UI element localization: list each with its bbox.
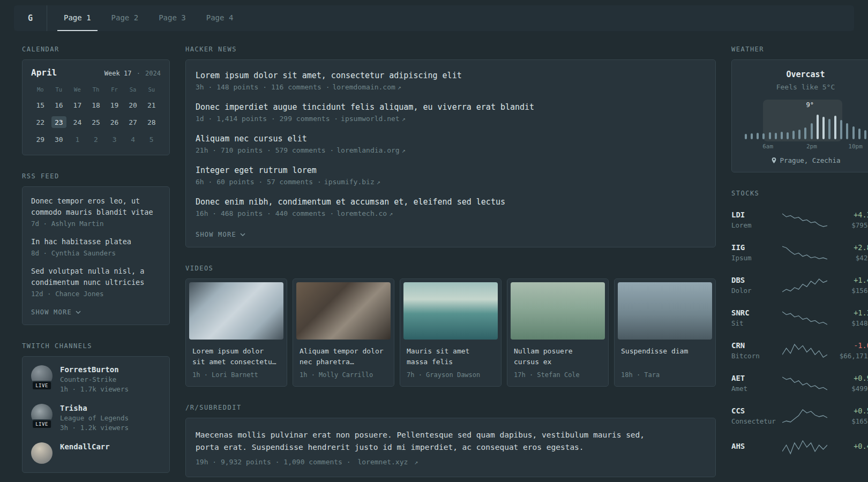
hackernews-item-stats: 16h · 468 points · 440 comments · [196, 209, 334, 217]
twitch-list: LIVEForrestBurtonCounter-Strike1h · 1.7k… [31, 365, 161, 464]
external-link-icon: ↗ [389, 210, 393, 217]
nav-tabs: Page 1Page 2Page 3Page 4 [54, 5, 243, 31]
weather-bar [840, 120, 842, 139]
stock-ticker[interactable]: CRN [731, 341, 781, 350]
video-card[interactable]: Nullam posuere cursus ex17h · Stefan Col… [507, 278, 609, 387]
video-meta: 7h · Grayson Dawson [403, 371, 498, 379]
rss-show-more-button[interactable]: SHOW MORE [31, 308, 81, 316]
stock-name: Ipsum [731, 254, 781, 262]
hackernews-item-domain[interactable]: ipsumify.biz [324, 178, 375, 186]
stock-ticker[interactable]: DBS [731, 276, 781, 284]
rss-list: Donec tempor eros leo, ut commodo mauris… [31, 195, 161, 298]
stock-ticker[interactable]: LDI [731, 210, 781, 219]
nav-tab-page-4[interactable]: Page 4 [200, 5, 240, 31]
stock-info: AHS [731, 442, 781, 453]
chevron-down-icon [240, 233, 245, 236]
twitch-channel-name[interactable]: ForrestBurton [60, 365, 129, 374]
hackernews-item-domain[interactable]: loremtech.co [336, 209, 387, 217]
weather-location-label: Prague, Czechia [780, 156, 841, 164]
calendar-day: 25 [88, 116, 103, 128]
calendar-day-header: Fr [111, 86, 118, 93]
stock-price: $148.64 [828, 319, 868, 327]
stock-sparkline [781, 375, 828, 391]
weather-card: Overcast Feels like 5°C 9° 6am2pm10pm Pr… [731, 59, 868, 172]
hackernews-item-title[interactable]: Aliquam nec cursus elit [196, 134, 706, 144]
twitch-channel-row[interactable]: LIVEForrestBurtonCounter-Strike1h · 1.7k… [31, 365, 161, 393]
stock-ticker[interactable]: SNRC [731, 308, 781, 317]
nav-tab-page-2[interactable]: Page 2 [105, 5, 145, 31]
video-thumbnail [511, 282, 605, 340]
stock-ticker[interactable]: IIG [731, 243, 781, 252]
calendar-day: 27 [125, 116, 140, 128]
stock-name: Dolor [731, 287, 781, 295]
rss-item-title[interactable]: Sed volutpat nulla nisl, a condimentum n… [31, 266, 161, 288]
stock-row[interactable]: LDILorem+4.35%$795.18 [731, 204, 868, 236]
video-card[interactable]: Suspendisse diam18h · Tara [614, 278, 716, 387]
app-logo[interactable]: G [14, 5, 47, 31]
stock-figures: +1.42%$156.28 [828, 276, 868, 295]
calendar-day: 20 [125, 99, 140, 111]
stock-price: $42.04 [828, 254, 868, 262]
hackernews-item-domain[interactable]: loremlandia.org [336, 146, 399, 154]
twitch-channel-name[interactable]: Trisha [60, 404, 129, 412]
hackernews-item-title[interactable]: Lorem ipsum dolor sit amet, consectetur … [196, 71, 706, 80]
video-card[interactable]: Mauris sit amet massa felis7h · Grayson … [400, 278, 502, 387]
hackernews-item-domain[interactable]: loremdomain.com [332, 83, 395, 91]
stock-row[interactable]: CCSConsectetur+0.51%$165.84 [731, 400, 868, 432]
calendar-day-header: Sa [130, 86, 137, 93]
calendar-days-grid: 1516171819202122232425262728293012345 [31, 99, 161, 145]
twitch-channel-row[interactable]: KendallCarr [31, 442, 161, 464]
stock-change: +1.36% [828, 308, 868, 317]
stock-row[interactable]: DBSDolor+1.42%$156.28 [731, 269, 868, 302]
hackernews-item: Donec enim nibh, condimentum et accumsan… [196, 197, 706, 217]
stock-row[interactable]: AETAmet+0.92%$499.72 [731, 367, 868, 400]
hackernews-item-title[interactable]: Donec imperdiet augue tincidunt felis al… [196, 102, 706, 112]
twitch-channel-meta: 1h · 1.7k viewers [60, 385, 129, 393]
weather-condition: Overcast [740, 70, 868, 79]
stock-info: LDILorem [731, 210, 781, 229]
nav-tab-page-1[interactable]: Page 1 [57, 5, 98, 31]
weather-bar [864, 130, 866, 139]
weather-bar [769, 132, 771, 139]
subreddit-post-title[interactable]: Maecenas mollis pulvinar erat non posuer… [196, 429, 662, 454]
hackernews-item-title[interactable]: Donec enim nibh, condimentum et accumsan… [196, 197, 706, 207]
hackernews-show-more-button[interactable]: SHOW MORE [196, 231, 245, 238]
twitch-widget-title: TWITCH CHANNELS [22, 342, 170, 350]
subreddit-widget: /R/SUBREDDIT Maecenas mollis pulvinar er… [185, 404, 716, 477]
twitch-channel-info: ForrestBurtonCounter-Strike1h · 1.7k vie… [60, 365, 129, 393]
video-title: Aliquam tempor dolor nec pharetra… [296, 346, 391, 367]
video-card[interactable]: Lorem ipsum dolor sit amet consectetu…1h… [185, 278, 287, 387]
hackernews-item-domain[interactable]: ipsumworld.net [341, 115, 400, 123]
calendar-month: April [31, 67, 57, 78]
stock-ticker[interactable]: AHS [731, 442, 781, 450]
hackernews-widget-title: HACKER NEWS [185, 46, 716, 53]
weather-bar [846, 123, 848, 139]
subreddit-post-domain[interactable]: loremnet.xyz [357, 458, 408, 466]
stock-row[interactable]: CRNBitcorn-1.00%$66,171.48 [731, 334, 868, 367]
video-card[interactable]: Aliquam tempor dolor nec pharetra…1h · M… [293, 278, 394, 387]
rss-item-title[interactable]: In hac habitasse platea [31, 236, 161, 247]
calendar-week-info: Week 17 · 2024 [103, 70, 161, 77]
twitch-channel-name[interactable]: KendallCarr [60, 442, 110, 451]
stock-row[interactable]: AHS+0.46% [731, 432, 868, 462]
calendar-header: April Week 17 · 2024 [31, 67, 161, 78]
weather-time-label: 2pm [806, 143, 817, 150]
weather-bar [798, 130, 800, 139]
video-meta: 1h · Molly Carrillo [296, 371, 391, 379]
hackernews-card: Lorem ipsum dolor sit amet, consectetur … [185, 59, 716, 247]
hackernews-item-meta: 21h · 710 points · 579 comments ·loremla… [196, 146, 706, 154]
nav-tab-page-3[interactable]: Page 3 [152, 5, 192, 31]
weather-feels-like: Feels like 5°C [740, 83, 868, 91]
stocks-widget-title: STOCKS [731, 190, 868, 197]
stock-row[interactable]: IIGIpsum+2.84%$42.04 [731, 236, 868, 269]
stock-ticker[interactable]: CCS [731, 406, 781, 415]
stock-info: DBSDolor [731, 276, 781, 295]
stock-row[interactable]: SNRCSit+1.36%$148.64 [731, 302, 868, 334]
stock-ticker[interactable]: AET [731, 374, 781, 382]
weather-location: Prague, Czechia [740, 156, 868, 164]
twitch-widget: TWITCH CHANNELS LIVEForrestBurtonCounter… [22, 342, 170, 473]
hackernews-item-title[interactable]: Integer eget rutrum lorem [196, 165, 706, 175]
rss-item-title[interactable]: Donec tempor eros leo, ut commodo mauris… [31, 195, 161, 218]
twitch-channel-row[interactable]: LIVETrishaLeague of Legends3h · 1.2k vie… [31, 404, 161, 432]
rss-item-meta: 12d · Chance Jones [31, 290, 161, 298]
